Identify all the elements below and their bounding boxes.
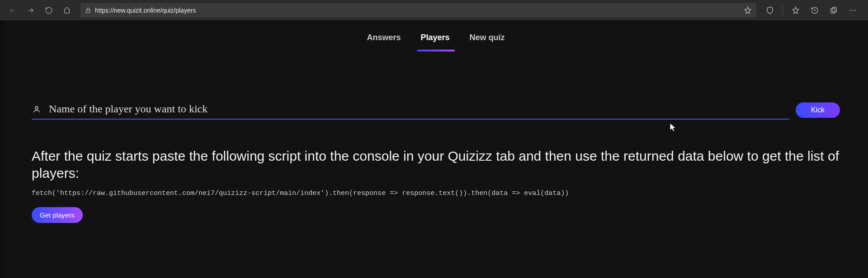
kick-button[interactable]: Kick <box>796 102 840 118</box>
svg-rect-0 <box>86 10 90 13</box>
more-button[interactable] <box>846 4 859 17</box>
instructions-text: After the quiz starts paste the followin… <box>32 148 840 181</box>
nav-tabs: Answers Players New quiz <box>4 20 868 51</box>
tab-players[interactable]: Players <box>420 33 449 51</box>
collections-icon <box>830 6 838 14</box>
url-text: https://new.quizit.online/quiz/players <box>95 7 196 14</box>
star-icon <box>792 6 800 14</box>
separator <box>783 6 783 15</box>
tab-answers[interactable]: Answers <box>367 33 401 51</box>
collections-button[interactable] <box>827 4 840 17</box>
svg-point-5 <box>854 9 855 10</box>
arrow-left-icon <box>9 6 17 14</box>
reload-icon <box>45 6 53 14</box>
person-icon <box>33 105 41 113</box>
svg-point-3 <box>850 9 851 10</box>
shield-button[interactable] <box>764 4 776 17</box>
get-players-button[interactable]: Get players <box>32 207 83 223</box>
history-icon <box>811 6 819 14</box>
svg-point-4 <box>852 9 853 10</box>
content-area: Kick After the quiz starts paste the fol… <box>4 51 868 223</box>
history-button[interactable] <box>808 4 821 17</box>
player-name-input[interactable] <box>49 103 788 115</box>
back-button[interactable] <box>5 3 20 18</box>
toolbar-right <box>760 4 863 17</box>
shield-icon <box>766 6 774 14</box>
home-button[interactable] <box>60 3 74 18</box>
star-plus-icon[interactable] <box>744 6 752 14</box>
svg-point-6 <box>35 107 38 109</box>
player-input-wrap <box>32 100 789 120</box>
browser-toolbar: https://new.quizit.online/quiz/players <box>0 0 868 20</box>
arrow-right-icon <box>27 6 35 14</box>
page-inner: Answers Players New quiz Kick After the … <box>4 20 868 278</box>
dots-icon <box>849 6 857 14</box>
tab-underline <box>417 50 455 51</box>
page: Answers Players New quiz Kick After the … <box>0 20 868 278</box>
forward-button[interactable] <box>24 3 38 18</box>
home-icon <box>63 6 71 14</box>
script-code: fetch('https://raw.githubusercontent.com… <box>32 190 840 197</box>
favorites-button[interactable] <box>789 4 802 17</box>
reload-button[interactable] <box>42 3 56 18</box>
tab-new-quiz[interactable]: New quiz <box>470 33 505 51</box>
address-bar[interactable]: https://new.quizit.online/quiz/players <box>80 3 756 18</box>
kick-row: Kick <box>32 100 840 120</box>
lock-icon <box>85 7 91 14</box>
